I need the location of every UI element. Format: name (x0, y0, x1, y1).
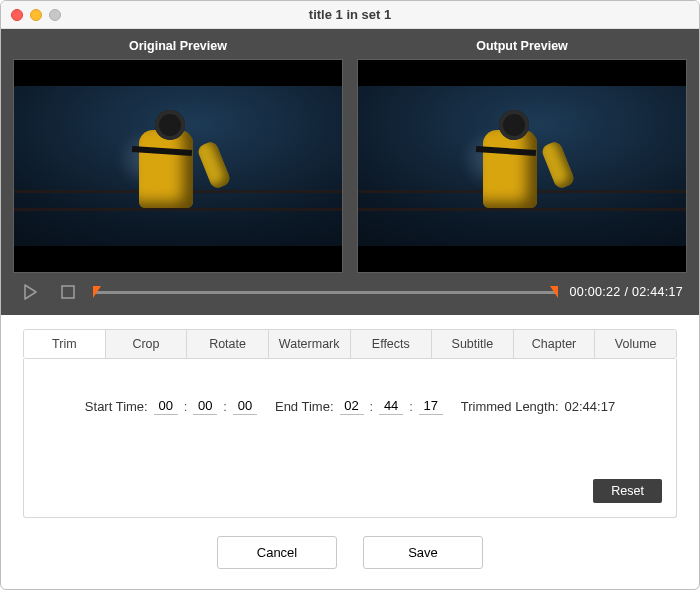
trimmed-length-label: Trimmed Length: (461, 399, 559, 414)
tabs-area: Trim Crop Rotate Watermark Effects Subti… (1, 315, 699, 518)
output-preview-label: Output Preview (357, 39, 687, 59)
reset-button[interactable]: Reset (593, 479, 662, 503)
minimize-window-button[interactable] (30, 9, 42, 21)
tab-bar: Trim Crop Rotate Watermark Effects Subti… (23, 329, 677, 359)
trimmed-length-group: Trimmed Length: 02:44:17 (461, 399, 615, 414)
trimmed-length-value: 02:44:17 (565, 399, 616, 414)
window-title: title 1 in set 1 (309, 7, 391, 22)
trim-end-handle[interactable] (550, 286, 558, 298)
tab-watermark[interactable]: Watermark (269, 330, 351, 358)
tab-chapter[interactable]: Chapter (514, 330, 596, 358)
timecode-display: 00:00:22 / 02:44:17 (570, 285, 683, 299)
end-hours-input[interactable] (340, 397, 364, 415)
preview-area: Original Preview Output Preview (1, 29, 699, 315)
transport-bar: 00:00:22 / 02:44:17 (13, 273, 687, 309)
end-time-label: End Time: (275, 399, 334, 414)
dialog-footer: Cancel Save (1, 518, 699, 589)
zoom-window-button[interactable] (49, 9, 61, 21)
end-seconds-input[interactable] (419, 397, 443, 415)
tab-trim[interactable]: Trim (24, 330, 106, 358)
original-preview-label: Original Preview (13, 39, 343, 59)
editor-window: title 1 in set 1 Original Preview Output… (0, 0, 700, 590)
colon-icon: : (409, 399, 413, 414)
total-time: 02:44:17 (632, 285, 683, 299)
titlebar: title 1 in set 1 (1, 1, 699, 29)
svg-rect-0 (62, 286, 74, 298)
play-button[interactable] (17, 279, 43, 305)
tab-effects[interactable]: Effects (351, 330, 433, 358)
close-window-button[interactable] (11, 9, 23, 21)
start-minutes-input[interactable] (193, 397, 217, 415)
save-button[interactable]: Save (363, 536, 483, 569)
current-time: 00:00:22 (570, 285, 621, 299)
tab-subtitle[interactable]: Subtitle (432, 330, 514, 358)
colon-icon: : (184, 399, 188, 414)
tab-rotate[interactable]: Rotate (187, 330, 269, 358)
stop-button[interactable] (55, 279, 81, 305)
original-preview[interactable] (13, 59, 343, 273)
tab-volume[interactable]: Volume (595, 330, 676, 358)
tab-crop[interactable]: Crop (106, 330, 188, 358)
cancel-button[interactable]: Cancel (217, 536, 337, 569)
trim-range-slider[interactable] (93, 279, 558, 305)
start-seconds-input[interactable] (233, 397, 257, 415)
start-time-label: Start Time: (85, 399, 148, 414)
start-time-group: Start Time: : : (85, 397, 257, 415)
end-time-group: End Time: : : (275, 397, 443, 415)
trim-start-handle[interactable] (93, 286, 101, 298)
start-hours-input[interactable] (154, 397, 178, 415)
end-minutes-input[interactable] (379, 397, 403, 415)
colon-icon: : (370, 399, 374, 414)
trim-panel: Start Time: : : End Time: : : Trimmed (23, 359, 677, 518)
window-controls (11, 9, 61, 21)
output-preview[interactable] (357, 59, 687, 273)
colon-icon: : (223, 399, 227, 414)
